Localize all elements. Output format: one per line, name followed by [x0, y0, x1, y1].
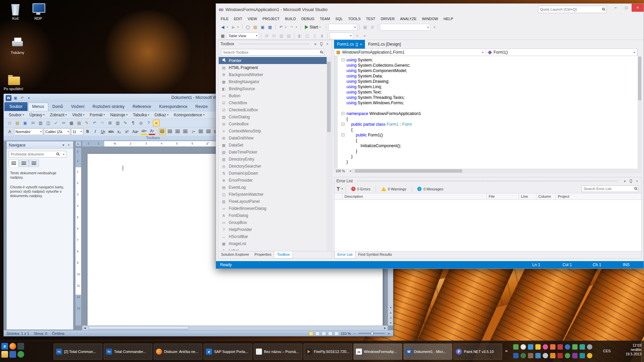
code-editor[interactable]: −using System;using System.Collections.G… — [334, 56, 638, 169]
tray-icon[interactable] — [535, 344, 541, 350]
bold-button[interactable]: B — [84, 128, 91, 135]
tb2-tb2-i[interactable]: ≡ — [354, 33, 361, 39]
toolbox-item-folderbrowserdialog[interactable]: ▱FolderBrowserDialog — [219, 205, 327, 212]
bottom-tab-error-list[interactable]: Error List — [334, 251, 356, 258]
tray-icon[interactable] — [543, 353, 548, 358]
bottom-tab-find-symbol-results[interactable]: Find Symbol Results — [356, 251, 395, 258]
desktop-icon-kos[interactable]: Koš — [3, 3, 28, 20]
tb2-tb2-j[interactable]: ▾ — [361, 33, 368, 39]
cut-icon[interactable]: ✂ — [60, 120, 67, 126]
toolbox-item-datetimepicker[interactable]: ▧DateTimePicker — [219, 148, 327, 156]
tb2-table-view[interactable]: Table View▾ — [227, 33, 259, 39]
toolbox-item-colordialog[interactable]: ▨ColorDialog — [219, 113, 327, 120]
tb2-tb2-f[interactable]: ◫ — [304, 33, 311, 39]
open-icon[interactable]: ▤ — [14, 120, 21, 126]
tb1-solution-configurations[interactable]: ▾ — [328, 24, 357, 31]
pin-icon[interactable] — [629, 179, 633, 183]
paste-icon[interactable]: ▤ — [76, 120, 83, 126]
fold-toggle-icon[interactable]: − — [341, 123, 344, 126]
window-position-caret[interactable]: ▾ — [313, 42, 318, 46]
filter-caret[interactable]: ▾ — [341, 187, 343, 190]
quick-launch-green-icon[interactable] — [17, 351, 24, 358]
toolbox-item-directoryentry[interactable]: ▥DirectoryEntry — [219, 156, 327, 163]
vs-menu-file[interactable]: FILE — [218, 16, 231, 22]
tb2-tb2-a[interactable]: ⊞ — [263, 33, 270, 39]
tray-icon[interactable] — [550, 353, 555, 358]
align-justify-button[interactable] — [182, 128, 189, 135]
tray-icon[interactable] — [521, 353, 526, 358]
taskbar-button-firefly-s01e12-720[interactable]: FireFly.S01E12.720... — [304, 344, 352, 360]
toolbox-item-datagridview[interactable]: ⊞DataGridView — [219, 134, 327, 141]
tb1-open-file[interactable]: ▤ — [252, 24, 259, 31]
font-color-button[interactable]: A▾ — [149, 128, 155, 135]
close-button[interactable]: × — [632, 4, 644, 12]
nav-tab-headings[interactable] — [9, 160, 19, 167]
tb2-tb2-d[interactable]: ▤ — [285, 33, 292, 39]
zoom-in-button[interactable]: + — [387, 331, 390, 336]
toolbox-item-eventlog[interactable]: ▤EventLog — [219, 184, 327, 191]
toolbox-scrollbar[interactable] — [327, 57, 331, 250]
vs-titlebar[interactable]: ∞ WindowsFormsApplication1 - Microsoft V… — [216, 4, 644, 15]
qat-undo-button[interactable]: ↶ — [19, 95, 25, 101]
redo-icon[interactable]: ↷ — [99, 120, 106, 126]
tb1-navigate-backward[interactable]: ◀ — [219, 24, 226, 31]
tray-icon[interactable] — [580, 344, 585, 350]
tb1-redo[interactable]: ↷ — [288, 24, 295, 31]
size-combo[interactable]: 11▾ — [71, 128, 83, 135]
view-web-layout-button[interactable] — [322, 331, 326, 336]
scrollbar-thumb[interactable] — [88, 326, 189, 330]
underline-button[interactable]: U▾ — [100, 128, 106, 135]
maximize-button[interactable]: □ — [621, 4, 632, 12]
toolbox-item-pointer[interactable]: Pointer — [219, 57, 327, 64]
strikethrough-button[interactable]: abc — [107, 128, 115, 135]
desktop-icon-rdp[interactable]: RDP — [25, 3, 51, 20]
tb1-find-in-files[interactable]: ▦ — [362, 24, 368, 31]
tb2-tb2-e[interactable]: ◧ — [297, 33, 303, 39]
tray-icon[interactable] — [528, 353, 533, 358]
tray-icon[interactable] — [535, 353, 541, 358]
document-tab-form1-cs-design[interactable]: Form1.cs [Design] — [365, 40, 404, 49]
toolbox-item-errorprovider[interactable]: ⊗ErrorProvider — [219, 177, 327, 184]
tb2-table-designer[interactable]: ▦ — [219, 33, 226, 39]
toolbox-item-flowlayoutpanel[interactable]: ▥FlowLayoutPanel — [219, 198, 327, 205]
highlight-color-button[interactable]: ab▾ — [141, 128, 148, 135]
show-formatting-icon[interactable]: ¶ — [130, 120, 137, 126]
tb2-tb2-b[interactable]: ⊟ — [271, 33, 277, 39]
toolbox-item-bindingsource[interactable]: ◧BindingSource — [219, 85, 327, 92]
tb2-tb2-combo[interactable]: ▾ — [330, 33, 353, 39]
vertical-ruler[interactable]: 2112345678910111213 — [75, 148, 81, 325]
pin-icon[interactable] — [319, 42, 324, 46]
font-combo[interactable]: Calibri (Zá▾ — [44, 128, 70, 135]
taskbar-button-total-commander[interactable]: TCTotal Commander... — [104, 344, 152, 360]
taskbar-overflow-chevron[interactable]: » — [505, 348, 507, 353]
ribbon-tab-revize[interactable]: Revize — [192, 103, 212, 111]
undo-icon[interactable]: ↶ — [91, 120, 98, 126]
tray-icon[interactable] — [528, 344, 533, 350]
minimize-button[interactable]: – — [610, 4, 621, 12]
drawing-icon[interactable]: ✎ — [122, 120, 129, 126]
vs-menu-analyze[interactable]: ANALYZE — [397, 16, 419, 22]
toolbox-item-hscrollbar[interactable]: ↔HScrollBar — [219, 233, 327, 240]
document-tab-form1-cs[interactable]: Form1.cs× — [334, 40, 365, 49]
quick-launch-firefox-icon[interactable] — [9, 343, 16, 350]
spelling-icon[interactable]: ✓ — [53, 120, 59, 126]
search-icon[interactable] — [56, 153, 59, 155]
toolbox-item-directorysearcher[interactable]: ◎DirectorySearcher — [219, 163, 327, 170]
vs-menu-window[interactable]: WINDOW — [419, 16, 441, 22]
dropdown-caret[interactable]: ▾ — [296, 26, 299, 28]
tray-icon[interactable] — [543, 344, 548, 350]
taskbar-button-diskuze-ani-ka-ne[interactable]: Diskuze: Anička ne... — [154, 344, 202, 360]
taskbar-clock[interactable]: 12:03 neděle 19.5.2013 — [616, 343, 641, 356]
tb2-tb2-h[interactable]: ▮ — [319, 33, 325, 39]
tb1-save-all[interactable]: ▦ — [267, 24, 273, 31]
column-header-file[interactable]: File — [487, 193, 519, 199]
toolbox-item-label[interactable]: ALabel — [219, 247, 327, 250]
tb1-navigate-to[interactable]: ⊞ — [369, 24, 376, 31]
close-icon[interactable]: × — [325, 42, 330, 46]
toolbox-item-html-fragment[interactable]: ▤HTML Fragment — [219, 64, 327, 71]
editor-zoom-control[interactable]: 100 % ▾ — [334, 169, 353, 173]
ribbon-tab-korespondence[interactable]: Korespondence — [155, 103, 192, 111]
toolbar-collapse-icon[interactable]: « — [153, 120, 160, 126]
nav-pane-close-icon[interactable]: × — [66, 143, 71, 147]
messages-filter-button[interactable]: i 0 Messages — [415, 187, 446, 191]
